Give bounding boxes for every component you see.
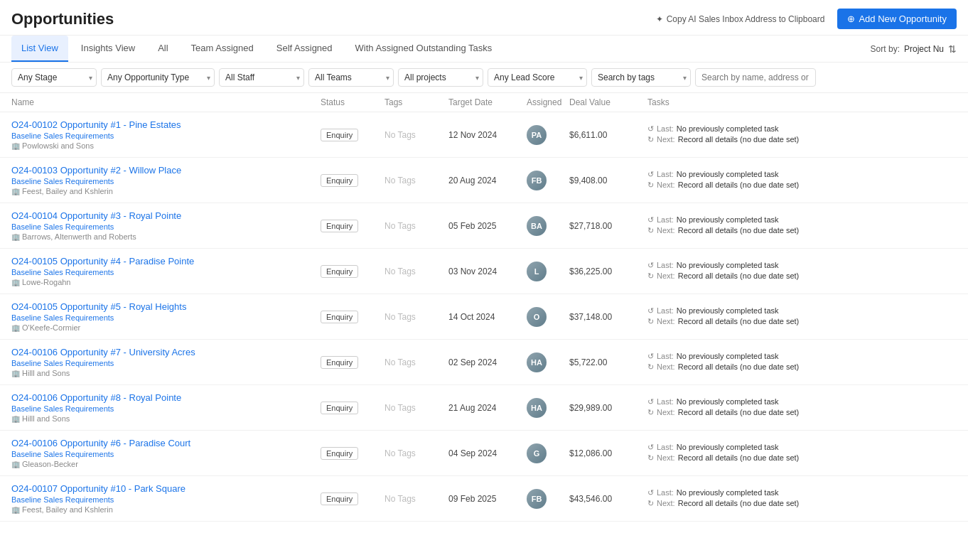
opp-assigned: PA — [527, 125, 569, 145]
opp-status: Enquiry — [321, 265, 384, 278]
opp-target-date: 20 Aug 2024 — [448, 176, 527, 185]
building-icon: 🏢 — [11, 370, 20, 377]
task-last-label: Last: — [657, 443, 674, 451]
opp-name-block: O24-00102 Opportunity #1 - Pine Estates … — [11, 119, 321, 150]
tabs-left: List View Insights View All Team Assigne… — [11, 36, 502, 62]
history-icon: ↺ — [647, 352, 654, 361]
opp-assigned: FB — [527, 489, 569, 509]
history-icon: ↺ — [647, 261, 654, 270]
task-next-line: ↻ Next: Record all details (no due date … — [647, 135, 957, 144]
tab-all[interactable]: All — [148, 36, 178, 62]
opp-name-block: O24-00106 Opportunity #7 - University Ac… — [11, 347, 321, 377]
opp-status: Enquiry — [321, 311, 384, 323]
tab-team-assigned[interactable]: Team Assigned — [181, 36, 264, 62]
history-icon: ↺ — [647, 488, 654, 497]
stage-filter-wrapper: Any Stage — [11, 68, 97, 87]
tab-list-view[interactable]: List View — [11, 36, 68, 62]
status-badge[interactable]: Enquiry — [321, 311, 358, 323]
avatar: HA — [527, 352, 547, 372]
opp-id-name[interactable]: O24-00102 Opportunity #1 - Pine Estates — [11, 119, 321, 130]
task-last-line: ↺ Last: No previously completed task — [647, 397, 957, 406]
task-last-label: Last: — [657, 124, 674, 133]
opp-tags: No Tags — [384, 448, 448, 458]
lead-score-filter-wrapper: Any Lead Score — [488, 68, 587, 87]
status-badge[interactable]: Enquiry — [321, 402, 358, 414]
opp-tasks: ↺ Last: No previously completed task ↻ N… — [647, 215, 957, 237]
table-row: O24-00107 Opportunity #10 - Park Square … — [0, 476, 968, 522]
opp-tags: No Tags — [384, 266, 448, 276]
opportunity-type-filter[interactable]: Any Opportunity Type — [101, 68, 215, 87]
tags-search[interactable]: Search by tags — [591, 68, 691, 87]
copy-inbox-button[interactable]: ✦ Copy AI Sales Inbox Address to Clipboa… — [650, 11, 831, 27]
tab-outstanding-tasks[interactable]: With Assigned Outstanding Tasks — [345, 36, 502, 62]
next-icon: ↻ — [647, 499, 654, 508]
status-badge[interactable]: Enquiry — [321, 265, 358, 278]
opp-status: Enquiry — [321, 356, 384, 369]
opp-tags: No Tags — [384, 357, 448, 367]
opp-id-name[interactable]: O24-00105 Opportunity #5 - Royal Heights — [11, 301, 321, 312]
status-badge[interactable]: Enquiry — [321, 356, 358, 369]
header-actions: ✦ Copy AI Sales Inbox Address to Clipboa… — [650, 9, 957, 29]
opp-id-name[interactable]: O24-00105 Opportunity #4 - Paradise Poin… — [11, 256, 321, 266]
opp-tasks: ↺ Last: No previously completed task ↻ N… — [647, 397, 957, 419]
status-badge[interactable]: Enquiry — [321, 174, 358, 187]
plus-icon: ⊕ — [847, 14, 855, 24]
task-last-line: ↺ Last: No previously completed task — [647, 261, 957, 270]
search-input[interactable] — [695, 68, 816, 87]
status-badge[interactable]: Enquiry — [321, 129, 358, 141]
lead-score-filter[interactable]: Any Lead Score — [488, 68, 587, 87]
tab-self-assigned[interactable]: Self Assigned — [267, 36, 343, 62]
opp-id-name[interactable]: O24-00107 Opportunity #10 - Park Square — [11, 483, 321, 494]
task-last-line: ↺ Last: No previously completed task — [647, 170, 957, 179]
task-last-label: Last: — [657, 170, 674, 178]
opp-assigned: HA — [527, 352, 569, 372]
opp-tags: No Tags — [384, 311, 448, 322]
opp-deal-value: $37,148.00 — [569, 312, 647, 322]
opp-id-name[interactable]: O24-00106 Opportunity #7 - University Ac… — [11, 347, 321, 357]
task-last-line: ↺ Last: No previously completed task — [647, 352, 957, 361]
opp-id-name[interactable]: O24-00106 Opportunity #8 - Royal Pointe — [11, 392, 321, 403]
task-next-value: Record all details (no due date set) — [678, 181, 800, 189]
status-badge[interactable]: Enquiry — [321, 492, 358, 505]
col-status: Status — [321, 97, 384, 107]
next-icon: ↻ — [647, 135, 654, 144]
opp-deal-value: $36,225.00 — [569, 266, 647, 276]
opp-id-name[interactable]: O24-00104 Opportunity #3 - Royal Pointe — [11, 210, 321, 221]
task-next-value: Record all details (no due date set) — [678, 271, 800, 280]
opp-stage: Baseline Sales Requirements — [11, 131, 321, 140]
sort-controls: Sort by: Project Nu ⇅ — [871, 43, 957, 55]
task-last-value: No previously completed task — [677, 397, 779, 406]
opp-name-block: O24-00104 Opportunity #3 - Royal Pointe … — [11, 210, 321, 241]
opp-stage: Baseline Sales Requirements — [11, 222, 321, 231]
col-assigned: Assigned — [527, 97, 569, 107]
no-tags-label: No Tags — [384, 357, 416, 367]
task-next-value: Record all details (no due date set) — [678, 362, 800, 371]
task-next-label: Next: — [657, 453, 675, 462]
building-icon: 🏢 — [11, 142, 20, 150]
task-next-line: ↻ Next: Record all details (no due date … — [647, 226, 957, 235]
stage-filter[interactable]: Any Stage — [11, 68, 97, 87]
staff-filter[interactable]: All Staff — [219, 68, 304, 87]
opportunity-type-filter-wrapper: Any Opportunity Type — [101, 68, 215, 87]
opp-deal-value: $27,718.00 — [569, 221, 647, 231]
teams-filter[interactable]: All Teams — [308, 68, 394, 87]
history-icon: ↺ — [647, 397, 654, 406]
opp-id-name[interactable]: O24-00103 Opportunity #2 - Willow Place — [11, 165, 321, 176]
projects-filter[interactable]: All projects — [398, 68, 483, 87]
sort-options-button[interactable]: ⇅ — [948, 43, 957, 55]
next-icon: ↻ — [647, 181, 654, 190]
opp-target-date: 04 Sep 2024 — [448, 448, 527, 458]
page-title: Opportunities — [11, 10, 114, 28]
opp-deal-value: $6,611.00 — [569, 130, 647, 140]
tab-insights-view[interactable]: Insights View — [71, 36, 145, 62]
opp-target-date: 09 Feb 2025 — [448, 494, 527, 504]
opp-assigned: G — [527, 443, 569, 463]
add-new-opportunity-button[interactable]: ⊕ Add New Opportunity — [837, 9, 957, 29]
status-badge[interactable]: Enquiry — [321, 220, 358, 232]
sort-label: Sort by: — [871, 44, 900, 54]
opp-id-name[interactable]: O24-00106 Opportunity #6 - Paradise Cour… — [11, 438, 321, 448]
status-badge[interactable]: Enquiry — [321, 447, 358, 460]
col-target-date: Target Date — [448, 97, 527, 107]
opp-stage: Baseline Sales Requirements — [11, 268, 321, 276]
opp-company: 🏢 Powlowski and Sons — [11, 141, 321, 150]
